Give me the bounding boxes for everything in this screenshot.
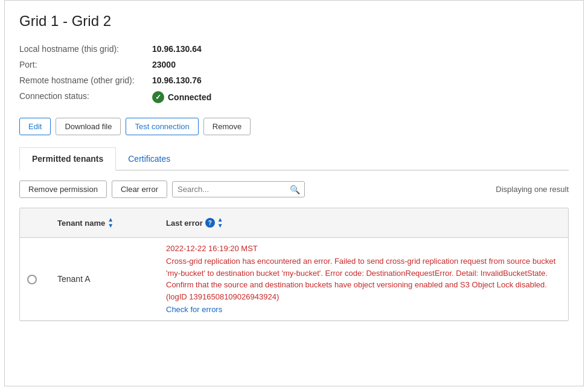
tab-toolbar-left: Remove permission Clear error 🔍 <box>19 181 305 198</box>
table-row: Tenant A 2022-12-22 16:19:20 MST Cross-g… <box>20 238 568 321</box>
row-radio-button[interactable] <box>27 275 37 284</box>
search-icon: 🔍 <box>290 185 300 194</box>
local-hostname-value: 10.96.130.64 <box>152 44 569 54</box>
port-value: 23000 <box>152 60 569 69</box>
local-hostname-label: Local hostname (this grid): <box>19 44 152 54</box>
th-tenant-name: Tenant name ▲ ▼ <box>50 213 159 232</box>
tenant-name-value: Tenant A <box>57 274 91 284</box>
remote-hostname-value: 10.96.130.76 <box>152 75 569 85</box>
port-label: Port: <box>19 60 152 69</box>
connection-status-label: Connection status: <box>19 91 152 103</box>
info-grid: Local hostname (this grid): 10.96.130.64… <box>19 44 569 103</box>
td-error: 2022-12-22 16:19:20 MST Cross-grid repli… <box>159 238 568 320</box>
table: Tenant name ▲ ▼ Last error ? ▲ ▼ Tenan <box>19 208 569 321</box>
table-header: Tenant name ▲ ▼ Last error ? ▲ ▼ <box>20 208 568 238</box>
edit-button[interactable]: Edit <box>19 118 51 135</box>
error-timestamp: 2022-12-22 16:19:20 MST <box>166 244 561 253</box>
last-error-help-icon[interactable]: ? <box>205 218 215 228</box>
remote-hostname-label: Remote hostname (other grid): <box>19 75 152 85</box>
th-last-error: Last error ? ▲ ▼ <box>159 213 568 232</box>
main-container: Grid 1 - Grid 2 Local hostname (this gri… <box>4 0 584 386</box>
connection-status-value: ✓ Connected <box>152 91 569 103</box>
connected-icon: ✓ <box>152 91 164 103</box>
clear-error-button[interactable]: Clear error <box>112 181 167 198</box>
remove-permission-button[interactable]: Remove permission <box>19 181 107 198</box>
result-count: Displaying one result <box>496 185 569 194</box>
td-radio <box>20 238 50 320</box>
error-block: 2022-12-22 16:19:20 MST Cross-grid repli… <box>166 244 561 314</box>
search-input[interactable] <box>172 181 305 197</box>
toolbar: Edit Download file Test connection Remov… <box>19 118 569 135</box>
tabs: Permitted tenants Certificates <box>19 147 569 171</box>
test-connection-button[interactable]: Test connection <box>126 118 198 135</box>
td-tenant-name: Tenant A <box>50 238 159 320</box>
search-wrapper: 🔍 <box>172 181 305 197</box>
page-title: Grid 1 - Grid 2 <box>19 13 569 30</box>
tab-toolbar: Remove permission Clear error 🔍 Displayi… <box>19 181 569 198</box>
tab-permitted-tenants[interactable]: Permitted tenants <box>19 147 116 171</box>
check-errors-link[interactable]: Check for errors <box>166 305 561 314</box>
download-button[interactable]: Download file <box>56 118 121 135</box>
th-checkbox <box>20 213 50 232</box>
connection-status-text: Connected <box>168 92 211 102</box>
last-error-sort[interactable]: ▲ ▼ <box>217 217 223 229</box>
remove-button[interactable]: Remove <box>203 118 251 135</box>
error-text: Cross-grid replication has encountered a… <box>166 255 561 302</box>
tenant-name-sort[interactable]: ▲ ▼ <box>107 217 113 229</box>
tab-certificates[interactable]: Certificates <box>116 147 182 170</box>
